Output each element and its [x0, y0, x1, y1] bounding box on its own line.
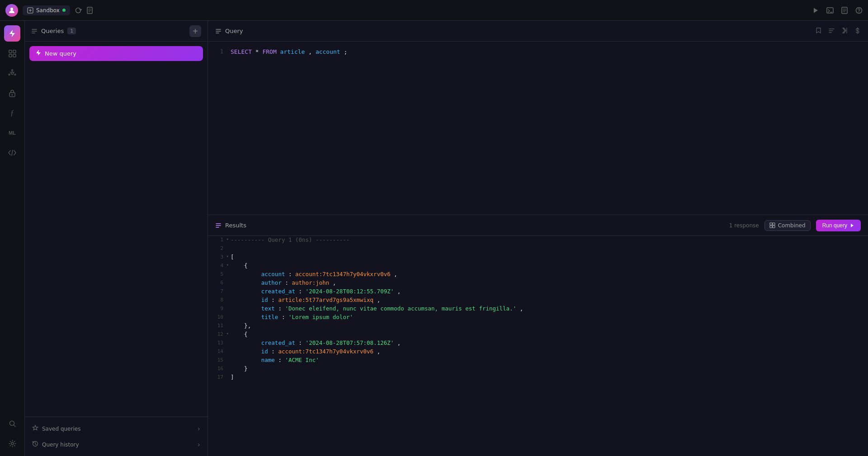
result-line-13: 13 created_at : '2024-08-28T07:57:08.126…: [208, 339, 868, 348]
query-history-label: Query history: [42, 442, 79, 448]
saved-queries-label: Saved queries: [42, 426, 80, 432]
svg-point-18: [11, 442, 14, 445]
new-query-item[interactable]: New query: [29, 46, 203, 61]
result-content-14: id : account:7tc1347h7y04vkxrv0v6 ,: [231, 348, 868, 355]
svg-rect-22: [770, 226, 772, 228]
result-content-7: created_at : '2024-08-28T08:12:55.709Z' …: [231, 288, 868, 295]
bookmark-icon[interactable]: [815, 27, 822, 35]
query-editor: Query: [208, 21, 868, 215]
help-icon[interactable]: [855, 7, 863, 14]
result-content-11: },: [231, 322, 868, 329]
svg-point-16: [12, 94, 13, 96]
results-header: Results 1 response Combined R: [208, 215, 868, 236]
result-linenum-17: 17: [208, 374, 231, 380]
result-line-9: 9 text : 'Donec eleifend, nunc vitae com…: [208, 305, 868, 313]
status-dot: [62, 9, 66, 12]
query-history-chevron: ›: [198, 440, 200, 449]
result-linenum-16: 16: [208, 365, 231, 371]
add-query-button[interactable]: +: [189, 25, 201, 37]
result-line-6: 6 author : author:john ,: [208, 279, 868, 287]
result-line-7: 7 created_at : '2024-08-28T08:12:55.709Z…: [208, 287, 868, 296]
query-history-item[interactable]: Query history ›: [29, 437, 203, 452]
line-num-1: 1: [208, 48, 231, 55]
result-line-1: 1 ▾ ---------- Query 1 (0ns) ----------: [208, 236, 868, 244]
result-line-10: 10 title : 'Lorem ipsum dolor': [208, 313, 868, 322]
rail-settings-icon[interactable]: [4, 435, 20, 451]
result-line-8: 8 id : article:5t77arvd7gs9a5xmwixq ,: [208, 296, 868, 305]
rail-lock-icon[interactable]: [4, 85, 20, 101]
play-icon[interactable]: [812, 7, 819, 14]
result-linenum-15: 15: [208, 357, 231, 363]
result-linenum-11: 11: [208, 322, 231, 329]
rail-lightning-icon[interactable]: [4, 25, 20, 42]
svg-point-14: [9, 74, 10, 75]
result-linenum-6: 6: [208, 279, 231, 286]
rail-ml-icon[interactable]: ML: [4, 125, 20, 141]
code-editor[interactable]: 1 SELECT * FROM article , account ;: [208, 42, 868, 215]
result-linenum-3: 3 ▾: [208, 254, 231, 260]
rail-function-icon[interactable]: ƒ: [4, 105, 20, 121]
result-line-15: 15 name : 'ACME Inc': [208, 356, 868, 365]
topbar-left: Sandbox: [5, 4, 93, 17]
right-panel: Query: [208, 21, 868, 456]
result-content-9: text : 'Donec eleifend, nunc vitae commo…: [231, 305, 868, 312]
editor-title-text: Query: [225, 28, 243, 34]
result-linenum-13: 13: [208, 339, 231, 346]
result-linenum-12: 12 ▾: [208, 331, 231, 337]
result-linenum-7: 7: [208, 288, 231, 294]
config-icon[interactable]: [841, 27, 848, 35]
combined-label: Combined: [778, 222, 806, 229]
rail-hub-icon[interactable]: [4, 65, 20, 81]
avatar[interactable]: [5, 4, 18, 17]
rail-code-icon[interactable]: [4, 145, 20, 161]
queries-count: 1: [67, 28, 76, 34]
result-content-4: {: [231, 262, 868, 269]
sandbox-tab[interactable]: Sandbox: [23, 5, 70, 15]
docs-icon[interactable]: [841, 7, 848, 14]
run-query-button[interactable]: Run query: [816, 220, 861, 231]
svg-point-13: [14, 74, 16, 75]
result-linenum-9: 9: [208, 305, 231, 311]
result-content-15: name : 'ACME Inc': [231, 357, 868, 363]
svg-point-12: [12, 70, 13, 71]
svg-rect-21: [773, 223, 775, 225]
rail-search-icon[interactable]: [4, 415, 20, 432]
svg-rect-7: [9, 50, 12, 53]
svg-rect-8: [13, 50, 16, 53]
svg-rect-23: [773, 226, 775, 228]
queries-header: Queries 1 +: [25, 21, 208, 42]
svg-point-11: [11, 72, 14, 75]
saved-queries-item[interactable]: Saved queries ›: [29, 421, 203, 437]
refresh-icon[interactable]: [75, 7, 82, 14]
result-linenum-10: 10: [208, 314, 231, 320]
result-linenum-1: 1 ▾: [208, 236, 231, 243]
results-actions: 1 response Combined Run query: [729, 220, 861, 231]
svg-point-0: [10, 8, 13, 10]
svg-rect-10: [13, 54, 16, 57]
result-content-5: account : account:7tc1347h7y04vkxrv0v6 ,: [231, 271, 868, 277]
query-history-left: Query history: [32, 441, 79, 448]
rail-grid-icon[interactable]: [4, 45, 20, 61]
new-query-label: New query: [45, 50, 76, 57]
dollar-icon[interactable]: [854, 27, 861, 35]
result-content-12: {: [231, 331, 868, 338]
result-line-12: 12 ▾ {: [208, 330, 868, 339]
query-editor-actions: [815, 27, 861, 35]
rail-bottom: [4, 415, 20, 456]
file-icon[interactable]: [86, 7, 93, 14]
result-line-17: 17 ]: [208, 373, 868, 382]
results-body[interactable]: 1 ▾ ---------- Query 1 (0ns) ---------- …: [208, 236, 868, 456]
topbar: Sandbox: [0, 0, 868, 21]
run-query-label: Run query: [822, 222, 847, 229]
queries-label: Queries: [41, 28, 64, 34]
workspace-name: Sandbox: [36, 7, 60, 14]
format-icon[interactable]: [828, 27, 835, 35]
terminal-icon[interactable]: [826, 7, 834, 14]
result-linenum-5: 5: [208, 271, 231, 277]
result-linenum-8: 8: [208, 296, 231, 303]
combined-button[interactable]: Combined: [764, 220, 811, 231]
result-line-5: 5 account : account:7tc1347h7y04vkxrv0v6…: [208, 270, 868, 279]
saved-queries-left: Saved queries: [32, 425, 80, 432]
query-editor-title: Query: [215, 28, 243, 34]
query-list: New query: [25, 42, 208, 417]
